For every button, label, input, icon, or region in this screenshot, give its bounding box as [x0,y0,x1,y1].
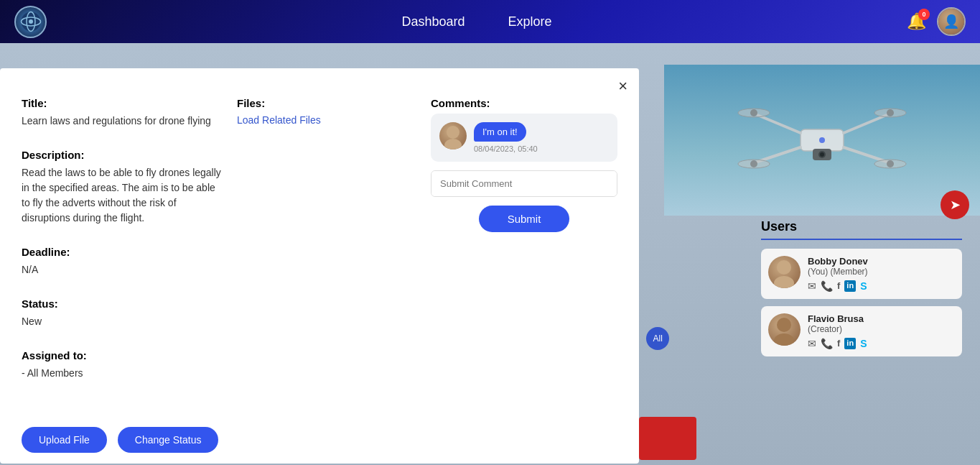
modal-bottom-actions: Upload File Change Status [22,427,218,453]
comment-avatar [439,122,467,149]
svg-point-14 [887,109,894,116]
drone-image-area [664,65,980,216]
deadline-value: N/A [22,262,223,277]
comments-label: Comments: [431,97,617,109]
title-section: Title: Learn laws and regulations for dr… [22,97,223,129]
load-files-link[interactable]: Load Related Files [237,114,321,126]
assigned-value: - All Members [22,366,223,381]
svg-point-23 [777,318,791,332]
description-label: Description: [22,149,223,161]
svg-point-20 [819,137,825,143]
user-avatar-2 [768,313,801,346]
users-title: Users [761,219,797,234]
deadline-section: Deadline: N/A [22,246,223,277]
svg-line-5 [757,115,801,133]
svg-point-13 [750,109,757,116]
modal-content: Title: Learn laws and regulations for dr… [22,97,617,401]
svg-point-26 [444,139,462,149]
svg-point-25 [447,126,459,139]
user-name-1: Bobby Donev [808,256,955,267]
notification-badge: 0 [918,9,930,20]
status-label: Status: [22,298,223,310]
change-status-button[interactable]: Change Status [118,427,219,453]
deadline-label: Deadline: [22,246,223,258]
files-label: Files: [237,97,416,109]
user-info-2: Flavio Brusa (Creator) ✉ 📞 f in S [808,313,955,349]
status-section: Status: New [22,298,223,329]
nav-dashboard[interactable]: Dashboard [401,14,465,29]
title-value: Learn laws and regulations for drone fly… [22,114,223,129]
user-avatar-nav[interactable]: 👤 [937,7,966,36]
bell-button[interactable]: 🔔 0 [907,12,926,31]
email-icon-1[interactable]: ✉ [808,280,816,292]
user-info-1: Bobby Donev (You) (Member) ✉ 📞 f in S [808,256,955,292]
upload-file-button[interactable]: Upload File [22,427,107,453]
svg-point-19 [820,152,824,157]
files-section: Files: Load Related Files [237,97,416,126]
navbar-links: Dashboard Explore [47,14,907,29]
circle-action-button[interactable]: ➤ [941,190,969,219]
comment-item: I'm on it! 08/04/2023, 05:40 [431,114,617,162]
navbar: Dashboard Explore 🔔 0 👤 [0,0,980,43]
description-section: Description: Read the laws to be able to… [22,149,223,226]
svg-line-6 [844,115,887,133]
linkedin-icon-2[interactable]: in [844,338,856,349]
red-rectangle [639,417,696,460]
assigned-section: Assigned to: - All Members [22,349,223,381]
svg-point-16 [887,160,894,167]
skype-icon-1[interactable]: S [860,280,867,292]
nav-explore[interactable]: Explore [508,14,552,29]
svg-point-3 [29,19,33,24]
svg-line-8 [844,147,887,162]
logo[interactable] [14,6,47,38]
avatar-image: 👤 [938,9,964,34]
status-value: New [22,314,223,329]
user-icons-1: ✉ 📞 f in S [808,280,955,292]
user-icons-2: ✉ 📞 f in S [808,338,955,349]
phone-icon-1[interactable]: 📞 [821,280,833,292]
svg-point-24 [774,333,794,346]
modal-right-column: Comments: I'm on it! 08/04/2023, 05:40 S… [431,97,617,401]
svg-point-15 [750,160,757,167]
comment-time: 08/04/2023, 05:40 [474,144,538,153]
user-card-1: Bobby Donev (You) (Member) ✉ 📞 f in S [761,249,962,299]
description-value: Read the laws to be able to fly drones l… [22,165,223,226]
title-label: Title: [22,97,223,109]
timeline-all-btn[interactable]: All [646,327,669,350]
linkedin-icon-1[interactable]: in [844,280,856,292]
user-avatar-1 [768,256,801,288]
comment-content: I'm on it! 08/04/2023, 05:40 [474,122,538,153]
users-panel: Users Bobby Donev (You) (Member) ✉ 📞 f i… [761,219,962,364]
comment-input[interactable] [431,171,617,196]
user-role-1: (You) (Member) [808,267,955,277]
user-role-2: (Creator) [808,324,955,334]
comment-text: I'm on it! [474,122,526,142]
skype-icon-2[interactable]: S [860,338,867,349]
user-name-2: Flavio Brusa [808,313,955,324]
facebook-icon-2[interactable]: f [837,338,840,349]
arrow-icon: ➤ [950,197,961,213]
comment-input-wrapper [431,170,617,197]
modal-close-button[interactable]: × [618,77,627,96]
svg-line-7 [757,147,801,162]
svg-point-22 [774,276,794,288]
email-icon-2[interactable]: ✉ [808,338,816,349]
phone-icon-2[interactable]: 📞 [821,338,833,349]
modal-middle-column: Files: Load Related Files [237,97,416,401]
modal: × Title: Learn laws and regulations for … [0,68,639,464]
user-card-2: Flavio Brusa (Creator) ✉ 📞 f in S [761,306,962,356]
navbar-right: 🔔 0 👤 [907,7,966,36]
modal-left-column: Title: Learn laws and regulations for dr… [22,97,223,401]
facebook-icon-1[interactable]: f [837,280,840,292]
submit-comment-button[interactable]: Submit [479,206,570,232]
svg-point-21 [777,260,791,275]
assigned-label: Assigned to: [22,349,223,362]
